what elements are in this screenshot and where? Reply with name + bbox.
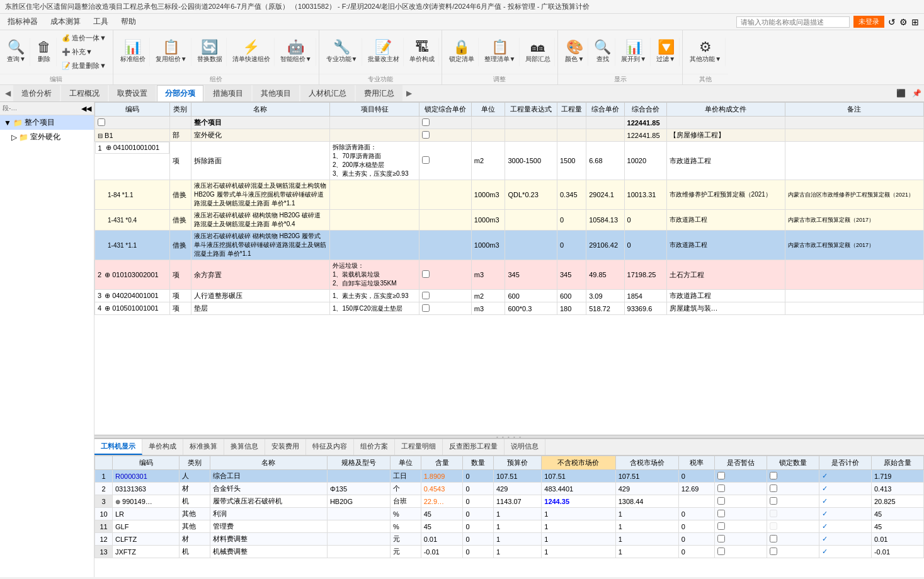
table-row-1-431-04[interactable]: 1-431 *0.4 借换 液压岩石破碎机破碎 砌构筑物 HB20G 破碎道路混… (95, 210, 924, 231)
btn-batch-main-material[interactable]: 📝 批量改主材 (363, 38, 404, 66)
row-expr (505, 117, 557, 129)
lower-row-3[interactable]: 3 ⊕ 990149… 机 履带式液压岩石破碎机 HB20G 台班 22.9… … (95, 495, 924, 508)
sidebar: 段-… ◀◀ ▼ 📁 整个项目 ▷ 📁 室外硬化 (0, 102, 94, 577)
lower-row-market-tax: 1 (615, 520, 678, 533)
btn-local-sum[interactable]: 🏘 局部汇总 (521, 38, 555, 66)
menu-item-tools[interactable]: 工具 (91, 15, 111, 28)
btn-color[interactable]: 🎨 颜色▼ (561, 38, 588, 66)
table-row-3[interactable]: 3 ⊕ 040204001001 项 人行道整形碾压 1、素土夯实，压实度≥0.… (95, 290, 924, 302)
tab-fee-summary[interactable]: 费用汇总 (356, 85, 402, 101)
lower-tab-install-fee[interactable]: 安装费用 (265, 439, 306, 455)
btn-batch-delete[interactable]: 📝 批量删除▼ (58, 59, 110, 72)
btn-supplement[interactable]: ➕ 补充▼ (58, 45, 110, 59)
sidebar-item-outdoor[interactable]: ▷ 📁 室外硬化 (0, 130, 94, 144)
row-name: 液压岩石破碎机破碎 砌构筑物 HB20G 破碎道路混凝土及钢筋混凝土路面 单价*… (191, 210, 329, 231)
lower-tab-convert-info[interactable]: 换算信息 (224, 439, 265, 455)
lower-row-taxrate: 0 (678, 470, 714, 483)
lower-row-12[interactable]: 12 CLFTZ 材 材料费调整 元 0.01 0 1 1 1 0 (95, 533, 924, 546)
tab-materials[interactable]: 人材机汇总 (300, 85, 355, 101)
table-row-1[interactable]: 1 ⊕ 041001001001 项 拆除路面 拆除沥青路面： 1、70厚沥青路… (95, 142, 924, 180)
btn-standard-price[interactable]: 📊 标准组价 (116, 38, 150, 66)
menu-item-indicator[interactable]: 指标神器 (5, 15, 40, 28)
tab-nav-right[interactable]: ▶ (404, 88, 414, 99)
login-button[interactable]: 未登录 (853, 16, 884, 28)
tab-parts[interactable]: 分部分项 (157, 85, 203, 101)
menu-item-help[interactable]: 帮助 (118, 15, 139, 28)
tab-measures[interactable]: 措施项目 (205, 85, 251, 101)
menu-item-cost[interactable]: 成本测算 (48, 15, 83, 28)
lower-tab-price-plan[interactable]: 组价方案 (354, 439, 395, 455)
lower-row-spec (327, 546, 390, 558)
table-row-2[interactable]: 2 ⊕ 010103002001 项 余方弃置 外运垃圾： 1、装载机装垃圾 2… (95, 260, 924, 290)
tab-pin-icon[interactable]: 📌 (910, 89, 924, 98)
lower-row-2[interactable]: 2 03131363 材 合金钎头 Φ135 个 0.4543 0 429 48… (95, 483, 924, 495)
btn-cost-all[interactable]: 💰 造价一体▼ (58, 32, 110, 45)
table-row-4[interactable]: 4 ⊕ 010501001001 项 垫层 1、150厚C20混凝土垫层 m3 … (95, 302, 924, 315)
btn-quick-price[interactable]: ⚡ 清单快速组价 (228, 38, 275, 66)
lower-row-cat: 材 (180, 533, 210, 546)
lower-row-priced: ✓ (819, 495, 871, 508)
row-feature (329, 129, 419, 142)
lower-tab-reverse-check[interactable]: 反查图形工程量 (443, 439, 505, 455)
table-row-1-431-11[interactable]: 1-431 *1.1 借换 液压岩石破碎机破碎 砌构筑物 HB20G 履带式单斗… (95, 231, 924, 260)
settings-icon[interactable]: ⚙ (899, 17, 908, 27)
btn-other-func[interactable]: ⚙ 其他功能▼ (685, 38, 726, 66)
col-header-qty: 工程量 (557, 103, 586, 117)
btn-replace-data[interactable]: 🔄 替换数据 (193, 38, 227, 66)
btn-query[interactable]: 🔍 查询▼ (3, 38, 30, 66)
btn-lock-list[interactable]: 🔒 锁定清单 (445, 38, 479, 66)
btn-organize-list[interactable]: 📋 整理清单▼ (480, 38, 520, 66)
lower-tab-qty-detail[interactable]: 工程量明细 (395, 439, 443, 455)
lower-tab-features[interactable]: 特征及内容 (306, 439, 354, 455)
refresh-icon[interactable]: ↺ (888, 17, 896, 27)
tab-expand-icon[interactable]: ⬛ (893, 89, 910, 98)
btn-delete[interactable]: 🗑 删除 (31, 38, 57, 66)
lower-row-name: 综合工日 (210, 470, 327, 483)
row-total-price: 0 (624, 210, 666, 231)
tab-cost-analysis[interactable]: 造价分析 (13, 85, 60, 101)
lower-row-num: 3 (95, 495, 113, 508)
lower-row-num: 2 (95, 483, 113, 495)
btn-expand[interactable]: 📊 展开到▼ (617, 38, 651, 66)
lower-row-estimate (715, 546, 767, 558)
tab-nav-left[interactable]: ◀ (3, 88, 13, 99)
btn-pro-func[interactable]: 🔧 专业功能▼ (322, 38, 362, 66)
lower-row-qty: 0 (463, 546, 494, 558)
tab-project-overview[interactable]: 工程概况 (61, 85, 108, 101)
row-qty (557, 129, 586, 142)
lower-col-priced: 是否计价 (819, 456, 871, 470)
btn-smart-price[interactable]: 🤖 智能组价▼ (276, 38, 316, 66)
sidebar-item-all[interactable]: ▼ 📁 整个项目 (0, 115, 94, 130)
sidebar-collapse-btn[interactable]: ◀◀ (81, 105, 91, 113)
grid-icon[interactable]: ⊞ (911, 17, 919, 27)
lower-tab-notes[interactable]: 说明信息 (505, 439, 545, 455)
lower-tab-unit-compose[interactable]: 单价构成 (142, 439, 183, 455)
lower-row-1[interactable]: 1 R0000301 人 综合工日 工日 1.8909 0 107.51 107… (95, 470, 924, 483)
group-label-price: 组价 (113, 74, 319, 84)
lower-row-num: 11 (95, 520, 113, 533)
table-row-total[interactable]: 整个项目 122441.85 (95, 117, 924, 129)
toolbar-group-other: ⚙ 其他功能▼ 其他 (683, 30, 728, 84)
lower-tab-materials[interactable]: 工料机显示 (94, 439, 142, 455)
search-input[interactable] (736, 16, 850, 28)
tab-other-items[interactable]: 其他项目 (253, 85, 299, 101)
tree-expand-outdoor: ▷ (11, 133, 17, 142)
lower-row-market-tax: 429 (615, 483, 678, 495)
table-row-1-84[interactable]: 1-84 *1.1 借换 液压岩石破碎机破碎混凝土及钢筋混凝土构筑物 HB20G… (95, 180, 924, 210)
toolbar: 🔍 查询▼ 🗑 删除 💰 造价一体▼ ➕ 补充▼ 📝 批量删除▼ (0, 30, 924, 85)
table-row-b1[interactable]: ⊟ B1 部 室外硬化 122441.85 【房屋修缮工程】 (95, 129, 924, 142)
lower-col-code: 编码 (113, 456, 180, 470)
btn-filter[interactable]: 🔽 过滤▼ (652, 38, 680, 66)
lower-row-11[interactable]: 11 GLF 其他 管理费 % 45 0 1 1 1 0 (95, 520, 924, 533)
lower-row-spec (327, 533, 390, 546)
toolbar-edit-sub: 💰 造价一体▼ ➕ 补充▼ 📝 批量删除▼ (58, 32, 110, 72)
lower-row-10[interactable]: 10 LR 其他 利润 % 45 0 1 1 1 0 (95, 508, 924, 520)
row-checkbox[interactable] (98, 118, 105, 126)
tab-fee-settings[interactable]: 取费设置 (109, 85, 156, 101)
btn-reuse-price[interactable]: 📋 复用组价▼ (151, 38, 191, 66)
btn-unit-price-compose[interactable]: 🏗 单价构成 (405, 38, 439, 66)
btn-find[interactable]: 🔍 查找 (590, 38, 615, 66)
lower-row-unit: % (391, 508, 421, 520)
lower-tab-std-convert[interactable]: 标准换算 (183, 439, 224, 455)
lower-row-13[interactable]: 13 JXFTZ 机 机械费调整 元 -0.01 0 1 1 1 0 (95, 546, 924, 558)
